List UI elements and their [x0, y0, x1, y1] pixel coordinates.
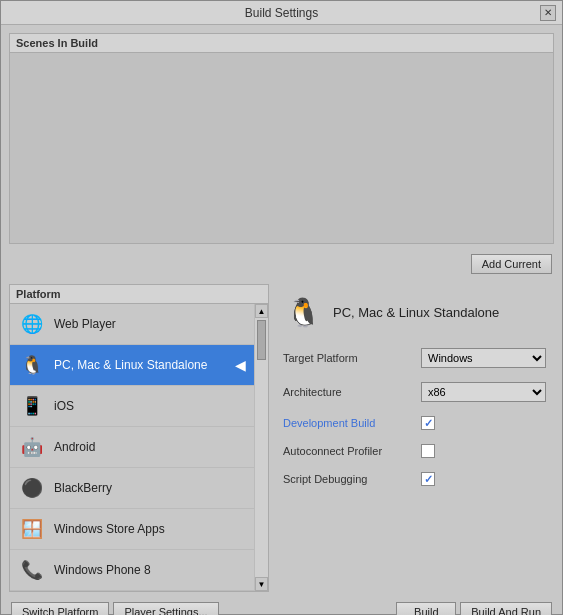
architecture-row: Architecture x86 x86_64: [283, 382, 546, 402]
blackberry-icon: ⚫: [18, 474, 46, 502]
platform-panel: Platform 🌐Web Player🐧PC, Mac & Linux Sta…: [9, 284, 269, 592]
bottom-section: Platform 🌐Web Player🐧PC, Mac & Linux Sta…: [9, 284, 554, 592]
settings-panel: 🐧 PC, Mac & Linux Standalone Target Plat…: [275, 284, 554, 592]
script-debug-label: Script Debugging: [283, 473, 413, 485]
build-and-run-button[interactable]: Build And Run: [460, 602, 552, 615]
autoconnect-checkbox[interactable]: [421, 444, 435, 458]
bottom-buttons: Switch Platform Player Settings... Build…: [9, 598, 554, 615]
ios-icon: 📱: [18, 392, 46, 420]
platform-list: 🌐Web Player🐧PC, Mac & Linux Standalone◀📱…: [10, 304, 254, 591]
platform-item-ios[interactable]: 📱iOS: [10, 386, 254, 427]
target-platform-label: Target Platform: [283, 352, 413, 364]
player-settings-button[interactable]: Player Settings...: [113, 602, 218, 615]
web-player-label: Web Player: [54, 317, 116, 331]
autoconnect-row: Autoconnect Profiler: [283, 444, 546, 458]
bottom-right-buttons: Build Build And Run: [396, 602, 552, 615]
script-debug-checkbox[interactable]: [421, 472, 435, 486]
platform-header: Platform: [10, 285, 268, 304]
add-current-row: Add Current: [9, 250, 554, 278]
build-settings-window: Build Settings ✕ Scenes In Build Add Cur…: [0, 0, 563, 615]
blackberry-label: BlackBerry: [54, 481, 112, 495]
switch-platform-button[interactable]: Switch Platform: [11, 602, 109, 615]
close-button[interactable]: ✕: [540, 5, 556, 21]
target-platform-row: Target Platform Windows Mac OS X Linux: [283, 348, 546, 368]
target-platform-select[interactable]: Windows Mac OS X Linux: [421, 348, 546, 368]
dev-build-checkbox[interactable]: [421, 416, 435, 430]
settings-title: PC, Mac & Linux Standalone: [333, 305, 499, 320]
scrollbar[interactable]: ▲ ▼: [254, 304, 268, 591]
windows-phone-icon: 📞: [18, 556, 46, 584]
pc-mac-linux-icon: 🐧: [18, 351, 46, 379]
windows-phone-label: Windows Phone 8: [54, 563, 151, 577]
settings-header: 🐧 PC, Mac & Linux Standalone: [283, 292, 546, 332]
web-player-icon: 🌐: [18, 310, 46, 338]
scroll-thumb[interactable]: [257, 320, 266, 360]
scroll-up-button[interactable]: ▲: [255, 304, 268, 318]
pc-mac-linux-label: PC, Mac & Linux Standalone: [54, 358, 207, 372]
scenes-body: [10, 53, 553, 243]
window-title: Build Settings: [23, 6, 540, 20]
windows-store-label: Windows Store Apps: [54, 522, 165, 536]
windows-store-icon: 🪟: [18, 515, 46, 543]
bottom-left-buttons: Switch Platform Player Settings...: [11, 602, 219, 615]
title-bar: Build Settings ✕: [1, 1, 562, 25]
script-debug-row: Script Debugging: [283, 472, 546, 486]
android-label: Android: [54, 440, 95, 454]
platform-item-windows-phone[interactable]: 📞Windows Phone 8: [10, 550, 254, 591]
architecture-select[interactable]: x86 x86_64: [421, 382, 546, 402]
add-current-button[interactable]: Add Current: [471, 254, 552, 274]
scenes-panel: Scenes In Build: [9, 33, 554, 244]
main-content: Scenes In Build Add Current Platform 🌐We…: [1, 25, 562, 615]
ios-label: iOS: [54, 399, 74, 413]
selected-check-icon: ◀: [235, 357, 246, 373]
dev-build-row: Development Build: [283, 416, 546, 430]
platform-item-pc-mac-linux[interactable]: 🐧PC, Mac & Linux Standalone◀: [10, 345, 254, 386]
platform-item-blackberry[interactable]: ⚫BlackBerry: [10, 468, 254, 509]
dev-build-label: Development Build: [283, 417, 413, 429]
scroll-down-button[interactable]: ▼: [255, 577, 268, 591]
autoconnect-label: Autoconnect Profiler: [283, 445, 413, 457]
scenes-header: Scenes In Build: [10, 34, 553, 53]
build-button[interactable]: Build: [396, 602, 456, 615]
platform-list-wrap: 🌐Web Player🐧PC, Mac & Linux Standalone◀📱…: [10, 304, 268, 591]
platform-item-web-player[interactable]: 🌐Web Player: [10, 304, 254, 345]
platform-item-windows-store[interactable]: 🪟Windows Store Apps: [10, 509, 254, 550]
platform-item-android[interactable]: 🤖Android: [10, 427, 254, 468]
architecture-label: Architecture: [283, 386, 413, 398]
android-icon: 🤖: [18, 433, 46, 461]
platform-settings-icon: 🐧: [283, 292, 323, 332]
